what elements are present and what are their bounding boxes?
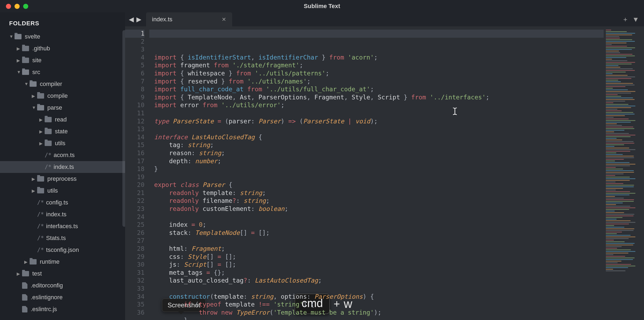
minimap-line [606, 30, 611, 30]
code-line: css: Style[] = []; [154, 253, 604, 261]
folder-item-utils[interactable]: ▶utils [0, 185, 125, 197]
code-line: reason: string; [154, 149, 604, 157]
minimap-line [606, 131, 614, 132]
minimap-line [606, 207, 635, 208]
minimap-line [606, 102, 613, 103]
minimap-line [606, 88, 613, 89]
folder-item-state[interactable]: ▶state [0, 126, 125, 137]
disclosure-arrow-icon[interactable]: ▶ [24, 259, 27, 265]
maximize-window-button[interactable] [23, 4, 28, 9]
minimap-line [606, 123, 617, 124]
minimap-line [606, 44, 612, 45]
folder-icon [37, 105, 44, 110]
minimap-line [606, 249, 631, 250]
minimap-line [606, 107, 631, 108]
disclosure-arrow-icon[interactable]: ▼ [9, 34, 12, 39]
code-line: readonly template: string; [154, 189, 604, 197]
code-line: depth: number; [154, 157, 604, 165]
minimap-line [606, 206, 630, 207]
disclosure-arrow-icon[interactable]: ▶ [17, 46, 20, 51]
minimap-line [606, 52, 620, 53]
disclosure-arrow-icon[interactable]: ▶ [32, 176, 35, 182]
folder-item-compile[interactable]: ▶compile [0, 90, 125, 102]
minimap-line [606, 46, 627, 47]
disclosure-arrow-icon[interactable]: ▼ [24, 82, 27, 86]
tree-item-label: svelte [25, 33, 40, 40]
minimap-line [606, 245, 633, 245]
new-tab-icon[interactable]: + [623, 15, 627, 24]
folder-item-svelte[interactable]: ▼svelte [0, 31, 125, 43]
close-tab-icon[interactable]: ✕ [222, 16, 226, 23]
line-number: 9 [125, 93, 144, 102]
line-number: 25 [125, 221, 144, 229]
line-number: 7 [125, 78, 144, 86]
minimap-line [606, 259, 633, 260]
tree-item-label: .eslintignore [31, 294, 63, 301]
folder-item-compiler[interactable]: ▼compiler [0, 78, 125, 90]
minimap-line [606, 138, 617, 139]
minimap-line [606, 122, 631, 123]
folder-item-preprocess[interactable]: ▶preprocess [0, 173, 125, 185]
folder-item-test[interactable]: ▶test [0, 268, 125, 280]
minimap-line [606, 262, 618, 263]
file-icon [22, 306, 27, 312]
tab-menu-icon[interactable]: ▼ [632, 15, 639, 24]
file-item-Stats-ts[interactable]: /*Stats.ts [0, 232, 125, 244]
minimap-line [606, 140, 622, 140]
disclosure-arrow-icon[interactable]: ▼ [32, 105, 35, 110]
disclosure-arrow-icon[interactable]: ▶ [39, 117, 43, 122]
file-item-tsconfig-json[interactable]: /*tsconfig.json [0, 244, 125, 256]
line-number: 20 [125, 181, 144, 189]
file-item--eslintrc-js[interactable]: .eslintrc.js [0, 303, 125, 315]
disclosure-arrow-icon[interactable]: ▶ [32, 93, 35, 99]
nav-back-icon[interactable]: ◀ [129, 16, 134, 23]
file-item-interfaces-ts[interactable]: /*interfaces.ts [0, 220, 125, 232]
tab-index-ts[interactable]: index.ts ✕ [146, 12, 232, 26]
folder-item-parse[interactable]: ▼parse [0, 102, 125, 114]
folder-item-utils[interactable]: ▶utils [0, 137, 125, 149]
tree-item-label: compiler [40, 81, 62, 88]
sidebar-scrollbar[interactable] [122, 30, 125, 227]
folder-item-runtime[interactable]: ▶runtime [0, 256, 125, 268]
disclosure-arrow-icon[interactable]: ▶ [39, 129, 43, 134]
minimap-line [606, 203, 623, 203]
line-number: 4 [125, 54, 144, 62]
minimap-line [606, 89, 628, 90]
folder-item-site[interactable]: ▶site [0, 54, 125, 66]
file-item-config-ts[interactable]: /*config.ts [0, 197, 125, 208]
file-item-acorn-ts[interactable]: /*acorn.ts [0, 149, 125, 161]
minimap-line [606, 34, 632, 35]
minimap-line [606, 246, 622, 247]
minimap-line [606, 62, 635, 63]
folder-item--github[interactable]: ▶.github [0, 43, 125, 54]
file-item--eslintignore[interactable]: .eslintignore [0, 291, 125, 303]
minimap-line [606, 186, 634, 187]
close-window-button[interactable] [6, 4, 11, 9]
folder-item-read[interactable]: ▶read [0, 114, 125, 126]
disclosure-arrow-icon[interactable]: ▼ [17, 70, 20, 75]
minimap-line [606, 93, 631, 93]
folder-item-src[interactable]: ▼src [0, 66, 125, 78]
minimap-line [606, 258, 635, 258]
file-item-index-ts[interactable]: /*index.ts [0, 161, 125, 173]
nav-forward-icon[interactable]: ▶ [136, 16, 141, 23]
tab-label: index.ts [152, 16, 172, 23]
disclosure-arrow-icon[interactable]: ▶ [17, 271, 20, 276]
minimap-line [606, 68, 633, 69]
disclosure-arrow-icon[interactable]: ▶ [39, 141, 43, 146]
file-item-index-ts[interactable]: /*index.ts [0, 208, 125, 220]
minimap-line [606, 83, 633, 84]
folder-icon [45, 141, 52, 146]
minimap[interactable] [604, 26, 644, 320]
file-type-prefix: /* [45, 164, 51, 170]
file-item--editorconfig[interactable]: .editorconfig [0, 280, 125, 291]
minimap-line [606, 149, 635, 150]
line-number: 10 [125, 101, 144, 109]
code-editor[interactable]: import { isIdentifierStart, isIdentifier… [149, 26, 604, 320]
code-line: import { isIdentifierStart, isIdentifier… [154, 54, 604, 62]
minimap-line [606, 36, 619, 37]
minimize-window-button[interactable] [15, 4, 20, 9]
code-line: import full_char_code_at from '../utils/… [154, 85, 604, 93]
disclosure-arrow-icon[interactable]: ▶ [17, 58, 20, 63]
disclosure-arrow-icon[interactable]: ▶ [32, 188, 35, 193]
